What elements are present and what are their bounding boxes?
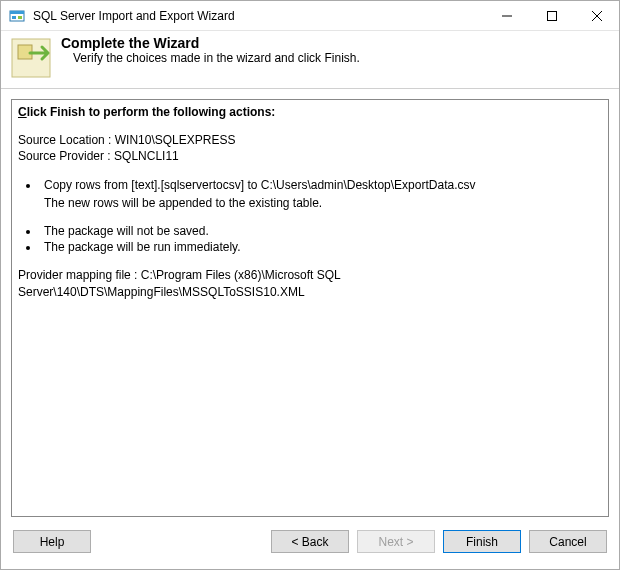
summary-panel: Click Finish to perform the following ac… (11, 99, 609, 517)
svg-rect-2 (12, 16, 16, 19)
list-item: The package will not be saved. (40, 223, 602, 239)
maximize-button[interactable] (529, 1, 574, 30)
next-button: Next > (357, 530, 435, 553)
finish-button[interactable]: Finish (443, 530, 521, 553)
wizard-footer: Help < Back Next > Finish Cancel (1, 517, 619, 565)
wizard-icon (1, 31, 61, 79)
source-location-value: WIN10\SQLEXPRESS (115, 133, 236, 147)
page-subtitle: Verify the choices made in the wizard an… (61, 51, 360, 65)
close-button[interactable] (574, 1, 619, 30)
mapping-line: Provider mapping file : C:\Program Files… (18, 267, 602, 299)
window-title: SQL Server Import and Export Wizard (33, 9, 484, 23)
svg-rect-1 (10, 11, 24, 14)
help-button[interactable]: Help (13, 530, 91, 553)
package-list: The package will not be saved. The packa… (18, 223, 602, 255)
svg-rect-5 (547, 11, 556, 20)
copy-note: The new rows will be appended to the exi… (44, 195, 602, 211)
list-item: The package will be run immediately. (40, 239, 602, 255)
wizard-header: Complete the Wizard Verify the choices m… (1, 31, 619, 89)
list-item: Copy rows from [text].[sqlservertocsv] t… (40, 177, 602, 193)
source-location-label: Source Location : (18, 133, 115, 147)
svg-rect-3 (18, 16, 22, 19)
copy-list: Copy rows from [text].[sqlservertocsv] t… (18, 177, 602, 193)
minimize-button[interactable] (484, 1, 529, 30)
back-button[interactable]: < Back (271, 530, 349, 553)
app-icon (9, 8, 25, 24)
window-controls (484, 1, 619, 30)
source-provider-value: SQLNCLI11 (114, 149, 179, 163)
summary-lead: Click Finish to perform the following ac… (18, 104, 602, 120)
mapping-label: Provider mapping file : (18, 268, 141, 282)
source-block: Source Location : WIN10\SQLEXPRESS Sourc… (18, 132, 602, 164)
title-bar: SQL Server Import and Export Wizard (1, 1, 619, 31)
source-provider-label: Source Provider : (18, 149, 114, 163)
page-title: Complete the Wizard (61, 35, 360, 51)
cancel-button[interactable]: Cancel (529, 530, 607, 553)
